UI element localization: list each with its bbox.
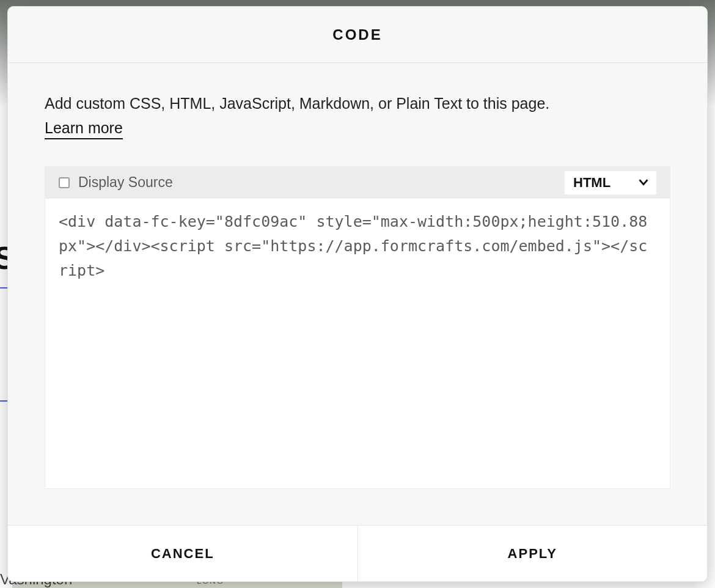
code-toolbar: Display Source HTML: [45, 167, 670, 199]
code-type-select[interactable]: HTML: [565, 171, 656, 194]
code-textarea[interactable]: [45, 199, 670, 486]
modal-body: Add custom CSS, HTML, JavaScript, Markdo…: [8, 63, 707, 525]
display-source-label: Display Source: [78, 174, 173, 191]
modal-intro-text: Add custom CSS, HTML, JavaScript, Markdo…: [45, 92, 670, 116]
modal-footer: CANCEL APPLY: [8, 525, 707, 581]
learn-more-link[interactable]: Learn more: [45, 119, 123, 139]
apply-button[interactable]: APPLY: [358, 526, 708, 581]
code-modal: CODE Add custom CSS, HTML, JavaScript, M…: [7, 6, 708, 582]
code-type-selected-value: HTML: [573, 175, 610, 191]
display-source-checkbox[interactable]: Display Source: [59, 174, 173, 191]
checkbox-icon: [59, 177, 70, 188]
modal-header: CODE: [8, 7, 707, 63]
modal-title: CODE: [332, 26, 382, 43]
cancel-button[interactable]: CANCEL: [8, 526, 358, 581]
code-block: Display Source HTML: [45, 166, 670, 489]
chevron-down-icon: [637, 175, 650, 188]
